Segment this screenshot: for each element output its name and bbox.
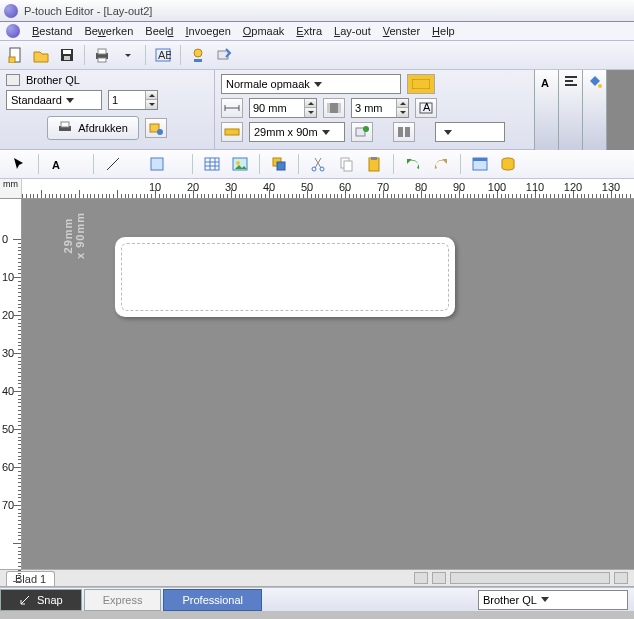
printer-icon (6, 74, 20, 86)
svg-point-37 (236, 161, 240, 165)
app-icon (4, 4, 18, 18)
spin-up[interactable] (145, 91, 157, 100)
text-tool-dd[interactable] (75, 153, 85, 175)
svg-rect-45 (371, 157, 377, 160)
mode-bar: Snap Express Professional Brother QL (0, 587, 634, 611)
media-combo[interactable]: 29mm x 90m (249, 122, 345, 142)
open-button[interactable] (30, 44, 52, 66)
page-panel: Normale opmaak A 29mm x 90m A (215, 70, 634, 149)
text-frame-button[interactable]: ABC (152, 44, 174, 66)
copy-button[interactable] (335, 153, 357, 175)
feed-button[interactable]: A (415, 98, 437, 118)
svg-rect-7 (98, 58, 106, 62)
menu-help[interactable]: Help (432, 25, 455, 37)
tab-fill[interactable] (582, 70, 606, 150)
pointer-tool[interactable] (8, 153, 30, 175)
bg-combo[interactable] (435, 122, 505, 142)
svg-rect-18 (330, 103, 338, 113)
svg-rect-3 (63, 50, 71, 54)
menu-opmaak[interactable]: Opmaak (243, 25, 285, 37)
menubar: Bestand Bewerken Beeld Invoegen Opmaak E… (0, 22, 634, 41)
scroll-left[interactable] (432, 572, 446, 584)
table-tool[interactable] (201, 153, 223, 175)
tab-more[interactable] (606, 70, 634, 150)
menu-layout[interactable]: Lay-out (334, 25, 371, 37)
menu-venster[interactable]: Venster (383, 25, 420, 37)
margin-input[interactable] (352, 102, 396, 114)
scroll-thumb[interactable] (450, 572, 610, 584)
scroll-first[interactable] (414, 572, 428, 584)
svg-rect-24 (398, 127, 403, 137)
menu-bewerken[interactable]: Bewerken (84, 25, 133, 37)
mode-express[interactable]: Express (84, 589, 162, 611)
svg-rect-30 (151, 158, 163, 170)
width-icon (221, 98, 243, 118)
line-tool-dd[interactable] (130, 153, 140, 175)
menu-beeld[interactable]: Beeld (145, 25, 173, 37)
menu-bestand[interactable]: Bestand (32, 25, 72, 37)
sheet-tab[interactable]: Blad 1 (6, 571, 55, 586)
wizard-button[interactable] (213, 44, 235, 66)
svg-text:A: A (52, 159, 60, 171)
mode-snap[interactable]: Snap (0, 589, 82, 611)
svg-rect-31 (205, 158, 219, 170)
svg-rect-47 (473, 158, 487, 161)
label-preview[interactable] (115, 237, 455, 317)
print-dropdown[interactable] (117, 44, 139, 66)
svg-point-40 (312, 167, 316, 171)
svg-text:ABC: ABC (158, 49, 171, 61)
ruler-horizontal: mm 102030405060708090100110120130 (0, 179, 634, 199)
text-tool[interactable]: A (47, 153, 69, 175)
tab-align[interactable] (558, 70, 582, 150)
width-spinner[interactable] (249, 98, 317, 118)
shape-tool-dd[interactable] (174, 153, 184, 175)
menu-invoegen[interactable]: Invoegen (185, 25, 230, 37)
copies-spinner[interactable] (108, 90, 158, 110)
menu-app-icon[interactable] (6, 24, 20, 38)
svg-text:A: A (541, 77, 549, 89)
svg-rect-1 (9, 57, 15, 63)
print-action-button[interactable]: Afdrukken (47, 116, 139, 140)
mode-professional[interactable]: Professional (163, 589, 262, 611)
arrange-tool[interactable] (268, 153, 290, 175)
sheet-tab-bar: Blad 1 (0, 569, 634, 587)
tab-text[interactable]: A (534, 70, 558, 150)
orientation-landscape[interactable] (407, 74, 435, 94)
new-button[interactable] (4, 44, 26, 66)
cut-button[interactable] (307, 153, 329, 175)
feed-dd[interactable] (443, 98, 453, 118)
save-button[interactable] (56, 44, 78, 66)
titlebar: P-touch Editor - [Lay-out2] (0, 0, 634, 22)
width-input[interactable] (250, 102, 304, 114)
margin-icon (323, 98, 345, 118)
shape-tool[interactable] (146, 153, 168, 175)
style-combo[interactable]: Standaard (6, 90, 102, 110)
print-button[interactable] (91, 44, 113, 66)
spin-down[interactable] (145, 100, 157, 109)
printer-select[interactable]: Brother QL (478, 590, 628, 610)
preview-button[interactable] (469, 153, 491, 175)
undo-button[interactable] (402, 153, 424, 175)
scroll-right[interactable] (614, 572, 628, 584)
transfer-button[interactable] (187, 44, 209, 66)
svg-rect-11 (218, 51, 228, 59)
print-options-button[interactable] (145, 118, 167, 138)
margin-spinner[interactable] (351, 98, 409, 118)
svg-rect-13 (61, 122, 69, 127)
copies-input[interactable] (109, 94, 145, 106)
menu-extra[interactable]: Extra (296, 25, 322, 37)
image-tool[interactable] (229, 153, 251, 175)
paste-button[interactable] (363, 153, 385, 175)
svg-rect-6 (98, 49, 106, 54)
media-icon (221, 122, 243, 142)
property-panels: Brother QL Standaard Afdrukken Normale o… (0, 70, 634, 150)
svg-point-15 (157, 129, 163, 135)
media-check-button[interactable] (351, 122, 373, 142)
canvas[interactable]: 29mm x 90mm (22, 199, 634, 569)
svg-rect-21 (225, 129, 239, 135)
split-button[interactable] (393, 122, 415, 142)
format-combo[interactable]: Normale opmaak (221, 74, 401, 94)
database-button[interactable] (497, 153, 519, 175)
redo-button[interactable] (430, 153, 452, 175)
line-tool[interactable] (102, 153, 124, 175)
